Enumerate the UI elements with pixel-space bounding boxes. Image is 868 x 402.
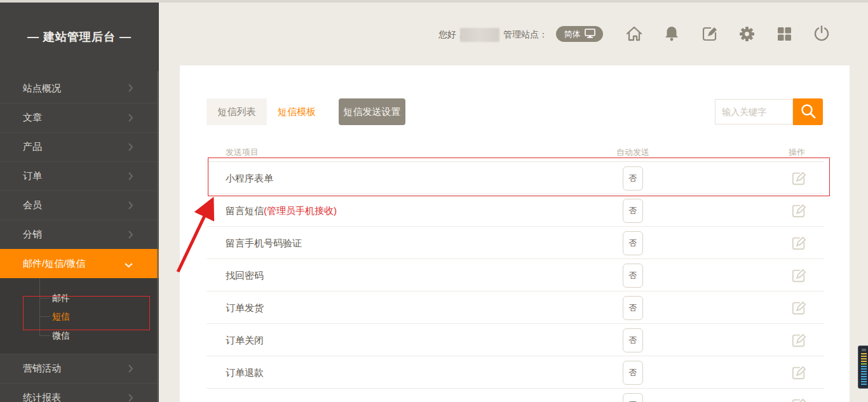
auto-send-toggle[interactable]: 否 bbox=[623, 328, 643, 352]
sidebar-scrollbar[interactable] bbox=[157, 71, 159, 402]
bell-icon[interactable] bbox=[663, 25, 681, 43]
sidebar-item-orders[interactable]: 订单 bbox=[0, 161, 159, 191]
chevron-right-icon bbox=[128, 230, 133, 241]
home-icon[interactable] bbox=[625, 25, 643, 43]
auto-send-toggle[interactable]: 否 bbox=[623, 296, 643, 320]
row-edit-icon[interactable] bbox=[791, 365, 806, 380]
search-icon bbox=[800, 103, 817, 121]
sidebar-subitem-wechat[interactable]: 微信 bbox=[52, 330, 70, 342]
sidebar-item-marketing[interactable]: 营销活动 bbox=[0, 354, 159, 383]
tree-line bbox=[39, 298, 50, 298]
auto-send-toggle[interactable]: 否 bbox=[623, 166, 643, 191]
sidebar-subitem-mail[interactable]: 邮件 bbox=[52, 293, 70, 304]
row-name: 找回密码 bbox=[226, 270, 264, 281]
edit-icon[interactable] bbox=[701, 25, 719, 43]
column-header-send-item: 发送项目 bbox=[226, 147, 259, 158]
table-row: 订单退款 否 bbox=[207, 356, 824, 389]
sidebar-item-label: 订单 bbox=[23, 170, 42, 182]
chevron-right-icon bbox=[128, 113, 133, 124]
gear-icon[interactable] bbox=[738, 25, 756, 43]
sidebar-item-label: 分销 bbox=[23, 229, 42, 241]
power-icon[interactable] bbox=[813, 25, 831, 43]
sidebar-item-label: 站点概况 bbox=[23, 83, 61, 95]
row-name: 留言短信 bbox=[226, 205, 264, 216]
sidebar-item-members[interactable]: 会员 bbox=[0, 191, 159, 220]
sidebar: — 建站管理后台 — 站点概况 文章 产品 订单 会员 分销 邮件/短信/微信 bbox=[0, 0, 159, 402]
sidebar-item-mail-sms-wechat[interactable]: 邮件/短信/微信 bbox=[0, 249, 159, 278]
sidebar-item-label: 会员 bbox=[23, 199, 42, 211]
meter-cap bbox=[862, 349, 866, 351]
chevron-right-icon bbox=[128, 364, 133, 375]
row-name: 小程序表单 bbox=[226, 173, 273, 184]
auto-send-toggle[interactable]: 否 bbox=[623, 361, 643, 385]
level-meter-widget bbox=[858, 345, 868, 389]
tree-line bbox=[39, 278, 40, 335]
column-header-auto-send: 自动发送 bbox=[616, 147, 649, 158]
row-edit-icon[interactable] bbox=[791, 203, 806, 218]
sidebar-item-articles[interactable]: 文章 bbox=[0, 103, 159, 132]
chevron-right-icon bbox=[128, 201, 133, 212]
chevron-right-icon bbox=[128, 83, 133, 95]
row-edit-icon[interactable] bbox=[791, 171, 806, 186]
column-header-operation: 操作 bbox=[789, 147, 805, 158]
chevron-right-icon bbox=[128, 171, 133, 183]
sidebar-item-distribution[interactable]: 分销 bbox=[0, 220, 159, 249]
sidebar-item-label: 统计报表 bbox=[23, 392, 61, 402]
sidebar-item-label: 邮件/短信/微信 bbox=[23, 258, 85, 270]
tab-sms-list[interactable]: 短信列表 bbox=[207, 98, 267, 125]
monitor-icon bbox=[585, 29, 595, 40]
row-edit-icon[interactable] bbox=[791, 333, 806, 348]
sidebar-item-label: 文章 bbox=[23, 112, 42, 124]
auto-send-toggle[interactable]: 否 bbox=[623, 231, 643, 255]
chevron-down-icon bbox=[124, 259, 133, 270]
sidebar-item-statistics[interactable]: 统计报表 bbox=[0, 383, 159, 402]
row-name: 订单关闭 bbox=[226, 335, 264, 345]
sidebar-item-label: 营销活动 bbox=[23, 363, 61, 375]
row-name: 留言手机号码验证 bbox=[226, 238, 302, 248]
tab-sms-template[interactable]: 短信模板 bbox=[267, 98, 327, 125]
row-edit-icon[interactable] bbox=[791, 236, 806, 251]
language-label: 简体 bbox=[564, 29, 581, 40]
auto-send-toggle[interactable]: 否 bbox=[623, 264, 643, 288]
table-header-row: 发送项目 自动发送 操作 bbox=[207, 145, 824, 162]
sidebar-item-label: 产品 bbox=[23, 141, 42, 153]
search-input[interactable] bbox=[715, 99, 793, 124]
table-row: 找回密码 否 bbox=[207, 259, 824, 291]
row-name: 订单发货 bbox=[226, 302, 264, 313]
sidebar-item-site-overview[interactable]: 站点概况 bbox=[0, 74, 159, 103]
sidebar-item-products[interactable]: 产品 bbox=[0, 132, 159, 161]
language-site-pill[interactable]: 简体 bbox=[556, 26, 603, 42]
auto-send-toggle[interactable]: 否 bbox=[623, 199, 643, 223]
chevron-right-icon bbox=[128, 393, 133, 402]
sidebar-subitem-sms[interactable]: 短信 bbox=[52, 311, 70, 323]
sms-template-table: 发送项目 自动发送 操作 小程序表单 否 留言短信(管理员手机接收) 否 留言手… bbox=[207, 145, 824, 402]
table-row: 小程序表单 否 bbox=[207, 162, 824, 194]
chevron-right-icon bbox=[128, 142, 133, 154]
sms-send-settings-button[interactable]: 短信发送设置 bbox=[339, 98, 405, 125]
tree-line bbox=[39, 335, 50, 336]
table-row-partial: 否 bbox=[207, 389, 824, 402]
redacted-username bbox=[460, 28, 499, 42]
row-edit-icon[interactable] bbox=[791, 398, 806, 402]
row-name: 订单退款 bbox=[226, 367, 264, 378]
window-top-edge bbox=[0, 0, 868, 3]
table-row: 订单发货 否 bbox=[207, 291, 824, 324]
search-button[interactable] bbox=[793, 98, 823, 125]
sidebar-submenu: 邮件 短信 微信 bbox=[0, 278, 159, 354]
manage-site-label: 管理站点： bbox=[503, 29, 548, 41]
sidebar-menu: 站点概况 文章 产品 订单 会员 分销 邮件/短信/微信 bbox=[0, 74, 159, 402]
content-panel: 短信列表 短信模板 短信发送设置 发送项目 自动发送 操作 小程序表单 否 留言… bbox=[180, 65, 850, 402]
table-row: 留言短信(管理员手机接收) 否 bbox=[207, 194, 824, 227]
row-edit-icon[interactable] bbox=[791, 268, 806, 283]
auto-send-toggle[interactable]: 否 bbox=[623, 393, 643, 402]
grid-apps-icon[interactable] bbox=[775, 25, 793, 43]
app-title: — 建站管理后台 — bbox=[0, 29, 159, 44]
row-edit-icon[interactable] bbox=[791, 300, 806, 316]
row-name-note-red: (管理员手机接收) bbox=[264, 205, 337, 216]
table-row: 订单关闭 否 bbox=[207, 324, 824, 356]
table-row: 留言手机号码验证 否 bbox=[207, 227, 824, 259]
tree-line bbox=[39, 316, 50, 317]
meter-bars bbox=[861, 353, 867, 386]
